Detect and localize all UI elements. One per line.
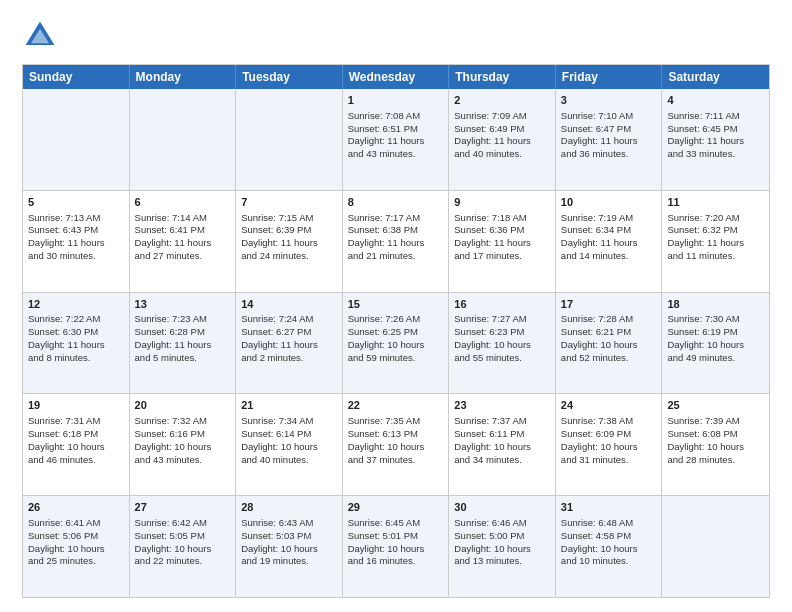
day-number: 18 — [667, 297, 764, 312]
day-info-line: Daylight: 11 hours — [667, 237, 764, 250]
day-info-line: Daylight: 11 hours — [241, 339, 337, 352]
day-info-line: Daylight: 11 hours — [454, 237, 550, 250]
day-info-line: Sunrise: 7:35 AM — [348, 415, 444, 428]
day-info-line: and 10 minutes. — [561, 555, 657, 568]
day-cell-22: 22Sunrise: 7:35 AMSunset: 6:13 PMDayligh… — [343, 394, 450, 495]
day-cell-14: 14Sunrise: 7:24 AMSunset: 6:27 PMDayligh… — [236, 293, 343, 394]
day-cell-4: 4Sunrise: 7:11 AMSunset: 6:45 PMDaylight… — [662, 89, 769, 190]
day-cell-7: 7Sunrise: 7:15 AMSunset: 6:39 PMDaylight… — [236, 191, 343, 292]
day-info-line: Sunrise: 6:48 AM — [561, 517, 657, 530]
calendar: SundayMondayTuesdayWednesdayThursdayFrid… — [22, 64, 770, 598]
day-info-line: Daylight: 11 hours — [667, 135, 764, 148]
day-info-line: Daylight: 10 hours — [135, 441, 231, 454]
day-number: 31 — [561, 500, 657, 515]
day-info-line: and 24 minutes. — [241, 250, 337, 263]
day-cell-3: 3Sunrise: 7:10 AMSunset: 6:47 PMDaylight… — [556, 89, 663, 190]
day-info-line: and 21 minutes. — [348, 250, 444, 263]
day-info-line: Daylight: 10 hours — [667, 441, 764, 454]
day-info-line: Sunset: 6:47 PM — [561, 123, 657, 136]
day-number: 16 — [454, 297, 550, 312]
day-info-line: and 34 minutes. — [454, 454, 550, 467]
day-info-line: Daylight: 10 hours — [28, 543, 124, 556]
day-info-line: Sunrise: 6:46 AM — [454, 517, 550, 530]
day-number: 14 — [241, 297, 337, 312]
day-number: 15 — [348, 297, 444, 312]
day-info-line: Daylight: 11 hours — [28, 237, 124, 250]
day-cell-10: 10Sunrise: 7:19 AMSunset: 6:34 PMDayligh… — [556, 191, 663, 292]
day-number: 13 — [135, 297, 231, 312]
empty-cell-0-2 — [236, 89, 343, 190]
day-number: 25 — [667, 398, 764, 413]
header-day-saturday: Saturday — [662, 65, 769, 89]
day-info-line: Daylight: 11 hours — [454, 135, 550, 148]
day-cell-26: 26Sunrise: 6:41 AMSunset: 5:06 PMDayligh… — [23, 496, 130, 597]
day-cell-2: 2Sunrise: 7:09 AMSunset: 6:49 PMDaylight… — [449, 89, 556, 190]
day-info-line: Sunset: 6:43 PM — [28, 224, 124, 237]
day-info-line: Sunset: 6:38 PM — [348, 224, 444, 237]
day-number: 4 — [667, 93, 764, 108]
day-info-line: Sunset: 5:06 PM — [28, 530, 124, 543]
day-cell-8: 8Sunrise: 7:17 AMSunset: 6:38 PMDaylight… — [343, 191, 450, 292]
day-info-line: and 28 minutes. — [667, 454, 764, 467]
day-info-line: Daylight: 10 hours — [667, 339, 764, 352]
day-info-line: Sunset: 6:13 PM — [348, 428, 444, 441]
day-info-line: and 52 minutes. — [561, 352, 657, 365]
day-info-line: Sunset: 5:00 PM — [454, 530, 550, 543]
day-number: 6 — [135, 195, 231, 210]
day-info-line: Sunrise: 7:27 AM — [454, 313, 550, 326]
day-info-line: Sunrise: 7:31 AM — [28, 415, 124, 428]
day-number: 20 — [135, 398, 231, 413]
empty-cell-4-6 — [662, 496, 769, 597]
day-info-line: and 30 minutes. — [28, 250, 124, 263]
day-cell-28: 28Sunrise: 6:43 AMSunset: 5:03 PMDayligh… — [236, 496, 343, 597]
day-info-line: Sunrise: 7:32 AM — [135, 415, 231, 428]
day-info-line: Daylight: 10 hours — [561, 441, 657, 454]
day-info-line: Sunset: 6:28 PM — [135, 326, 231, 339]
day-info-line: Sunrise: 7:19 AM — [561, 212, 657, 225]
day-info-line: and 37 minutes. — [348, 454, 444, 467]
day-info-line: Sunset: 6:18 PM — [28, 428, 124, 441]
day-cell-11: 11Sunrise: 7:20 AMSunset: 6:32 PMDayligh… — [662, 191, 769, 292]
day-cell-12: 12Sunrise: 7:22 AMSunset: 6:30 PMDayligh… — [23, 293, 130, 394]
day-number: 3 — [561, 93, 657, 108]
day-info-line: and 40 minutes. — [241, 454, 337, 467]
day-info-line: Daylight: 11 hours — [348, 237, 444, 250]
day-cell-18: 18Sunrise: 7:30 AMSunset: 6:19 PMDayligh… — [662, 293, 769, 394]
header-day-thursday: Thursday — [449, 65, 556, 89]
day-info-line: Sunset: 6:49 PM — [454, 123, 550, 136]
day-number: 27 — [135, 500, 231, 515]
day-info-line: Sunrise: 7:18 AM — [454, 212, 550, 225]
day-number: 22 — [348, 398, 444, 413]
day-info-line: and 36 minutes. — [561, 148, 657, 161]
day-number: 28 — [241, 500, 337, 515]
day-info-line: Sunrise: 7:08 AM — [348, 110, 444, 123]
day-number: 11 — [667, 195, 764, 210]
day-number: 2 — [454, 93, 550, 108]
day-info-line: Daylight: 10 hours — [561, 339, 657, 352]
day-info-line: Sunset: 6:45 PM — [667, 123, 764, 136]
day-info-line: Sunrise: 7:20 AM — [667, 212, 764, 225]
day-info-line: Daylight: 11 hours — [241, 237, 337, 250]
header-day-sunday: Sunday — [23, 65, 130, 89]
header-day-tuesday: Tuesday — [236, 65, 343, 89]
day-info-line: Sunrise: 7:15 AM — [241, 212, 337, 225]
day-info-line: Sunrise: 6:42 AM — [135, 517, 231, 530]
day-number: 10 — [561, 195, 657, 210]
day-info-line: Sunset: 6:30 PM — [28, 326, 124, 339]
day-info-line: and 40 minutes. — [454, 148, 550, 161]
calendar-row-3: 19Sunrise: 7:31 AMSunset: 6:18 PMDayligh… — [23, 393, 769, 495]
day-cell-27: 27Sunrise: 6:42 AMSunset: 5:05 PMDayligh… — [130, 496, 237, 597]
day-cell-17: 17Sunrise: 7:28 AMSunset: 6:21 PMDayligh… — [556, 293, 663, 394]
calendar-body: 1Sunrise: 7:08 AMSunset: 6:51 PMDaylight… — [23, 89, 769, 597]
day-cell-9: 9Sunrise: 7:18 AMSunset: 6:36 PMDaylight… — [449, 191, 556, 292]
empty-cell-0-0 — [23, 89, 130, 190]
day-info-line: and 43 minutes. — [348, 148, 444, 161]
day-cell-15: 15Sunrise: 7:26 AMSunset: 6:25 PMDayligh… — [343, 293, 450, 394]
day-info-line: Sunrise: 7:30 AM — [667, 313, 764, 326]
day-cell-30: 30Sunrise: 6:46 AMSunset: 5:00 PMDayligh… — [449, 496, 556, 597]
day-cell-13: 13Sunrise: 7:23 AMSunset: 6:28 PMDayligh… — [130, 293, 237, 394]
day-cell-21: 21Sunrise: 7:34 AMSunset: 6:14 PMDayligh… — [236, 394, 343, 495]
day-info-line: Daylight: 10 hours — [454, 441, 550, 454]
day-number: 17 — [561, 297, 657, 312]
day-cell-1: 1Sunrise: 7:08 AMSunset: 6:51 PMDaylight… — [343, 89, 450, 190]
